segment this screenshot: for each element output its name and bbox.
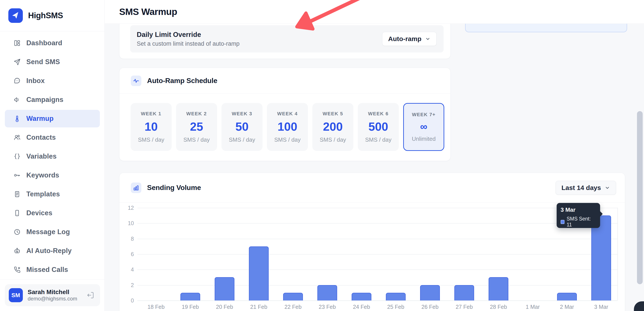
bar-25-feb[interactable] <box>386 293 406 300</box>
users-icon <box>14 134 21 141</box>
gridline <box>138 223 618 224</box>
gridline <box>138 300 618 301</box>
x-axis-tick: 20 Feb <box>208 304 242 310</box>
bar-24-feb[interactable] <box>352 293 372 300</box>
tooltip-value: SMS Sent: 11 <box>566 216 596 228</box>
week-unit: Unlimited <box>412 136 436 142</box>
app-window: HighSMS DashboardSend SMSInboxCampaignsW… <box>0 0 644 311</box>
sidebar-item-variables[interactable]: Variables <box>5 148 100 165</box>
activity-pulse-icon <box>131 76 141 86</box>
user-name: Sarah Mitchell <box>28 288 82 296</box>
week-tile-week-5: WEEK 5200SMS / day <box>312 103 354 151</box>
logo-link[interactable]: HighSMS <box>0 0 105 32</box>
daily-limit-row: Daily Limit Override Set a custom limit … <box>130 25 444 53</box>
y-axis-tick: 10 <box>120 220 134 226</box>
y-axis-tick: 6 <box>120 251 134 257</box>
x-axis-tick: 19 Feb <box>173 304 208 310</box>
sidebar-item-label: Missed Calls <box>26 266 68 274</box>
sidebar-item-message-log[interactable]: Message Log <box>5 223 100 241</box>
sidebar-item-label: Message Log <box>26 228 70 236</box>
series-swatch <box>560 220 564 224</box>
week-tile-week-7: WEEK 7+∞Unlimited <box>403 103 444 151</box>
week-label: WEEK 7+ <box>412 112 436 118</box>
page-title: SMS Warmup <box>119 7 177 17</box>
daily-limit-dropdown[interactable]: Auto-ramp <box>382 32 436 46</box>
week-limit-value: 10 <box>144 121 158 132</box>
braces-icon <box>14 153 21 160</box>
sidebar-item-label: Keywords <box>26 171 59 179</box>
sidebar-item-ai-auto-reply[interactable]: AI Auto-Reply <box>5 242 100 260</box>
tooltip-date: 3 Mar <box>560 206 596 213</box>
sidebar-item-label: Variables <box>26 152 57 160</box>
sidebar-item-label: Contacts <box>26 134 56 141</box>
sidebar-item-contacts[interactable]: Contacts <box>5 129 100 146</box>
week-tile-week-6: WEEK 6500SMS / day <box>358 103 399 151</box>
robot-icon <box>14 247 21 254</box>
thermometer-icon <box>14 115 21 122</box>
bar-3-mar[interactable] <box>591 215 611 300</box>
week-label: WEEK 1 <box>141 111 161 117</box>
x-axis-tick: 18 Feb <box>139 304 173 310</box>
x-axis-tick: 23 Feb <box>310 304 344 310</box>
sidebar-item-devices[interactable]: Devices <box>5 204 100 222</box>
sidebar-item-label: Warmup <box>26 115 54 123</box>
sidebar-item-templates[interactable]: Templates <box>5 185 100 203</box>
gridline <box>138 269 618 270</box>
week-unit: SMS / day <box>184 136 210 143</box>
bar-19-feb[interactable] <box>180 293 200 300</box>
week-unit: SMS / day <box>365 136 392 143</box>
y-axis-tick: 0 <box>120 297 134 304</box>
week-tile-week-1: WEEK 110SMS / day <box>130 103 172 151</box>
x-axis-tick: 22 Feb <box>276 304 310 310</box>
user-profile[interactable]: SM Sarah Mitchell demo@highsms.com <box>5 284 100 306</box>
chat-icon <box>14 77 21 84</box>
sidebar-item-dashboard[interactable]: Dashboard <box>5 34 100 52</box>
sidebar-item-inbox[interactable]: Inbox <box>5 72 100 90</box>
sidebar-item-warmup[interactable]: Warmup <box>5 110 100 127</box>
bar-27-feb[interactable] <box>454 285 474 300</box>
sidebar-item-missed-calls[interactable]: Missed Calls <box>5 261 100 278</box>
sidebar-item-send-sms[interactable]: Send SMS <box>5 53 100 71</box>
week-limit-value: 200 <box>323 121 343 132</box>
phone-missed-icon <box>14 266 21 273</box>
week-label: WEEK 5 <box>323 111 343 117</box>
sidebar-item-label: Send SMS <box>26 58 60 66</box>
week-tile-week-3: WEEK 350SMS / day <box>222 103 262 151</box>
scrollbar-thumb[interactable] <box>637 111 643 284</box>
key-icon <box>14 172 21 179</box>
gridline <box>138 285 618 285</box>
x-axis-tick: 3 Mar <box>584 304 618 310</box>
bar-22-feb[interactable] <box>283 293 303 300</box>
logout-icon[interactable] <box>86 291 94 299</box>
bar-chart-plot: 02468101218 Feb19 Feb20 Feb21 Feb22 Feb2… <box>120 173 625 311</box>
x-axis-tick: 27 Feb <box>447 304 481 310</box>
bar-2-mar[interactable] <box>557 293 577 300</box>
main-content: Daily Limit Override Set a custom limit … <box>105 0 644 311</box>
daily-limit-dropdown-value: Auto-ramp <box>388 35 422 43</box>
dashboard-icon <box>14 40 21 47</box>
week-tile-week-4: WEEK 4100SMS / day <box>267 103 308 151</box>
y-axis-tick: 2 <box>120 282 134 288</box>
sidebar-item-campaigns[interactable]: Campaigns <box>5 91 100 109</box>
bar-23-feb[interactable] <box>318 285 337 300</box>
x-axis-tick: 26 Feb <box>413 304 447 310</box>
y-axis-tick: 12 <box>120 205 134 211</box>
week-limit-value: 500 <box>368 121 388 132</box>
bar-26-feb[interactable] <box>420 285 440 300</box>
bar-20-feb[interactable] <box>215 277 234 300</box>
x-axis-tick: 1 Mar <box>516 304 550 310</box>
sidebar-item-label: Campaigns <box>26 96 64 104</box>
user-email: demo@highsms.com <box>28 296 82 302</box>
clock-icon <box>14 228 21 235</box>
gridline <box>138 254 618 254</box>
week-limit-value: ∞ <box>420 121 427 132</box>
sidebar-item-keywords[interactable]: Keywords <box>5 166 100 184</box>
x-axis-tick: 25 Feb <box>379 304 413 310</box>
bar-21-feb[interactable] <box>249 246 269 300</box>
week-label: WEEK 6 <box>368 111 388 117</box>
gridline <box>138 239 618 239</box>
bar-28-feb[interactable] <box>488 277 508 300</box>
daily-limit-subtitle: Set a custom limit instead of auto-ramp <box>137 41 382 47</box>
sidebar-item-label: Templates <box>26 190 60 198</box>
week-limit-value: 100 <box>278 121 297 132</box>
